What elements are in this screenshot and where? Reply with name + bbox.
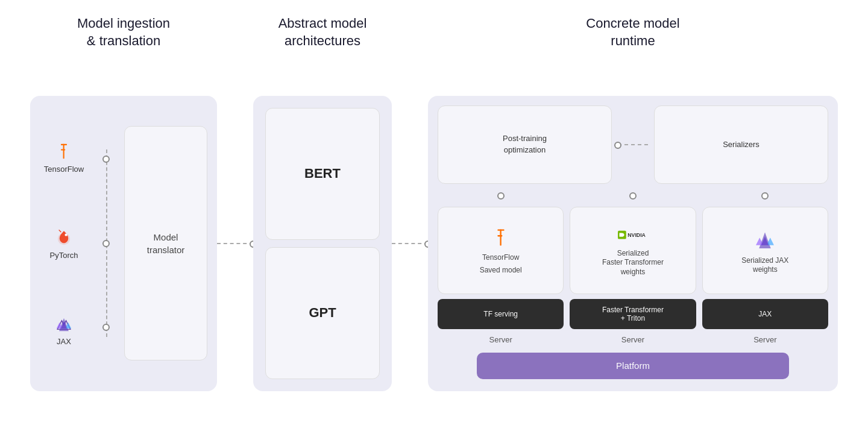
- gpt-label: GPT: [309, 305, 336, 321]
- runtime-col-jax: Serialized JAXweights JAX Server: [702, 190, 828, 344]
- conn-circle-jax: [102, 324, 110, 331]
- tf-artifact-label: Saved model: [480, 266, 522, 275]
- jax-logo-runtime: [752, 226, 778, 253]
- jax-logo-ingestion: [53, 313, 75, 335]
- headers-row: Model ingestion& translation Abstract mo…: [18, 9, 850, 61]
- nvidia-server-sublabel: Server: [570, 334, 696, 344]
- platform-row: Platform: [438, 350, 828, 382]
- bert-box: BERT: [265, 108, 380, 240]
- header-runtime: Concrete modelruntime: [428, 15, 838, 49]
- gpt-box: GPT: [265, 247, 380, 379]
- bert-gpt-column: BERT GPT: [263, 105, 382, 382]
- tf-server-sublabel: Server: [438, 334, 564, 344]
- pytorch-label: PyTorch: [50, 251, 78, 260]
- svg-point-5: [64, 234, 67, 236]
- conn-circle-pytorch: [102, 240, 110, 247]
- nvidia-artifact-label: SerializedFaster Transformerweights: [602, 249, 664, 277]
- model-translator-label: Model translator: [147, 231, 185, 256]
- diagram-row: TensorFlow PyTorch: [18, 61, 850, 425]
- pytorch-logo: [53, 227, 75, 248]
- conn-circle-rt-jax: [761, 192, 769, 200]
- runtime-col-tf: TensorFlow Saved model TF serving Server: [438, 190, 564, 344]
- conn-circle-serial-left: [614, 142, 621, 149]
- jax-model-card: Serialized JAXweights: [702, 207, 828, 294]
- tf-server-label: TF serving: [483, 310, 518, 318]
- top-connector-dashed: [618, 105, 648, 184]
- tf-model-card: TensorFlow Saved model: [438, 207, 564, 294]
- sources-column: TensorFlow PyTorch: [40, 105, 88, 382]
- conn-circle-rt-nvidia: [629, 192, 637, 200]
- tf-runtime-name: TensorFlow: [482, 253, 519, 263]
- nvidia-model-card: NVIDIA SerializedFaster Transformerweigh…: [570, 207, 696, 294]
- jax-label-ingestion: JAX: [57, 337, 71, 346]
- platform-label: Platform: [616, 360, 650, 371]
- nvidia-server-label: Faster Transformer+ Triton: [602, 306, 664, 322]
- svg-rect-12: [500, 229, 501, 245]
- connector-2: [392, 96, 428, 391]
- tensorflow-label: TensorFlow: [44, 165, 84, 174]
- jax-artifact-label: Serialized JAXweights: [741, 256, 788, 275]
- tf-server-bar: TF serving: [438, 299, 564, 329]
- platform-button[interactable]: Platform: [477, 353, 789, 379]
- svg-rect-3: [61, 149, 65, 151]
- main-container: Model ingestion& translation Abstract mo…: [18, 9, 850, 425]
- panel-runtime: Post-trainingoptimization Serializers: [428, 96, 838, 391]
- serializers-box: Serializers: [654, 105, 828, 184]
- nvidia-server-bar: Faster Transformer+ Triton: [570, 299, 696, 329]
- post-training-label: Post-trainingoptimization: [503, 133, 547, 155]
- tensorflow-logo: [53, 140, 75, 162]
- jax-server-sublabel: Server: [702, 334, 828, 344]
- post-training-box: Post-trainingoptimization: [438, 105, 612, 184]
- source-jax: JAX: [53, 313, 75, 346]
- serializers-label: Serializers: [723, 140, 760, 149]
- connector-1: [217, 96, 253, 391]
- jax-server-bar: JAX: [702, 299, 828, 329]
- svg-text:NVIDIA: NVIDIA: [627, 231, 646, 237]
- source-pytorch: PyTorch: [50, 227, 78, 260]
- tf-logo-runtime: [489, 225, 513, 250]
- model-translator-box: Model translator: [124, 126, 207, 360]
- source-tensorflow: TensorFlow: [44, 140, 84, 174]
- header-abstract: Abstract modelarchitectures: [253, 15, 392, 49]
- runtime-top-row: Post-trainingoptimization Serializers: [438, 105, 828, 184]
- jax-server-label: JAX: [758, 310, 772, 318]
- runtime-col-nvidia: NVIDIA SerializedFaster Transformerweigh…: [570, 190, 696, 344]
- svg-rect-13: [497, 235, 502, 236]
- bert-label: BERT: [304, 166, 341, 181]
- conn-circle-tf: [102, 156, 110, 163]
- panel-ingestion: TensorFlow PyTorch: [30, 96, 217, 391]
- conn-circle-rt-tf: [497, 192, 505, 200]
- panel-abstract: BERT GPT: [253, 96, 392, 391]
- nvidia-logo: NVIDIA: [618, 224, 648, 245]
- header-ingestion: Model ingestion& translation: [30, 15, 217, 49]
- svg-rect-2: [63, 144, 64, 159]
- runtime-bottom-row: TensorFlow Saved model TF serving Server: [438, 190, 828, 344]
